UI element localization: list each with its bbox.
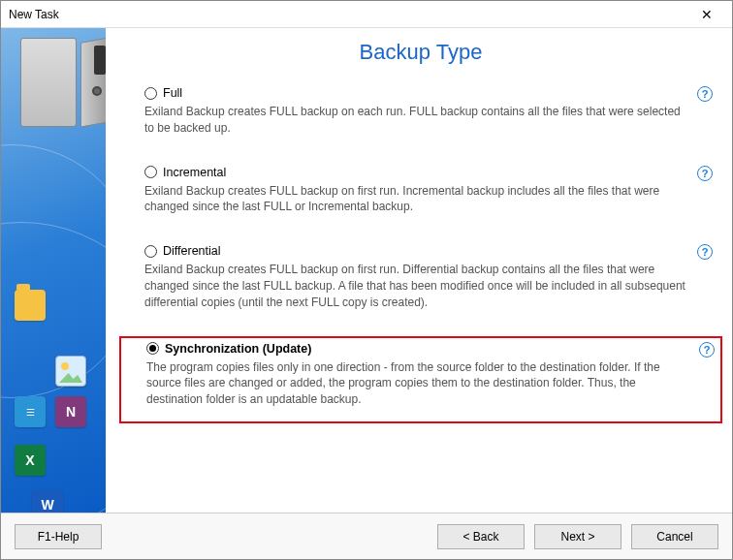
excel-icon: X bbox=[15, 445, 46, 476]
photo-icon bbox=[55, 356, 86, 387]
next-button[interactable]: Next > bbox=[534, 524, 621, 549]
radio-synchronization[interactable] bbox=[146, 342, 159, 355]
contact-icon: ☰ bbox=[15, 396, 46, 427]
wizard-main: Backup Type ? Full Exiland Backup create… bbox=[106, 28, 732, 513]
help-icon[interactable]: ? bbox=[699, 342, 715, 358]
help-icon[interactable]: ? bbox=[697, 86, 713, 102]
onenote-icon: N bbox=[55, 396, 86, 427]
option-differential-label: Differential bbox=[163, 244, 221, 258]
back-button[interactable]: < Back bbox=[437, 524, 525, 549]
option-incremental[interactable]: ? Incremental Exiland Backup creates FUL… bbox=[123, 162, 718, 230]
window-title: New Task bbox=[9, 8, 687, 21]
wizard-sidebar: ☰ N X W bbox=[1, 28, 106, 513]
option-sync-label: Synchronization (Update) bbox=[165, 342, 311, 356]
help-icon[interactable]: ? bbox=[697, 166, 713, 181]
option-sync-desc: The program copies files only in one dir… bbox=[146, 359, 691, 408]
option-incremental-desc: Exiland Backup creates FULL backup on fi… bbox=[144, 183, 693, 216]
close-icon: ✕ bbox=[701, 7, 713, 22]
option-incremental-label: Incremental bbox=[163, 166, 226, 179]
option-differential[interactable]: ? Differential Exiland Backup creates FU… bbox=[123, 240, 718, 324]
option-full[interactable]: ? Full Exiland Backup creates FULL backu… bbox=[123, 82, 718, 150]
radio-full[interactable] bbox=[144, 87, 157, 100]
titlebar: New Task ✕ bbox=[1, 1, 732, 28]
help-icon[interactable]: ? bbox=[697, 244, 713, 260]
radio-incremental[interactable] bbox=[144, 166, 157, 178]
help-button[interactable]: F1-Help bbox=[15, 524, 102, 549]
wizard-footer: F1-Help < Back Next > Cancel bbox=[1, 513, 732, 559]
close-button[interactable]: ✕ bbox=[687, 2, 726, 27]
option-synchronization[interactable]: ? Synchronization (Update) The program c… bbox=[119, 336, 722, 423]
safe-illustration bbox=[15, 38, 92, 135]
option-full-label: Full bbox=[163, 86, 182, 100]
word-icon: W bbox=[32, 489, 63, 513]
option-differential-desc: Exiland Backup creates FULL backup on fi… bbox=[144, 262, 693, 310]
folder-icon bbox=[15, 290, 46, 321]
radio-differential[interactable] bbox=[144, 245, 157, 258]
page-title: Backup Type bbox=[123, 40, 718, 65]
cancel-button[interactable]: Cancel bbox=[631, 524, 718, 549]
option-full-desc: Exiland Backup creates FULL backup on ea… bbox=[144, 104, 693, 137]
